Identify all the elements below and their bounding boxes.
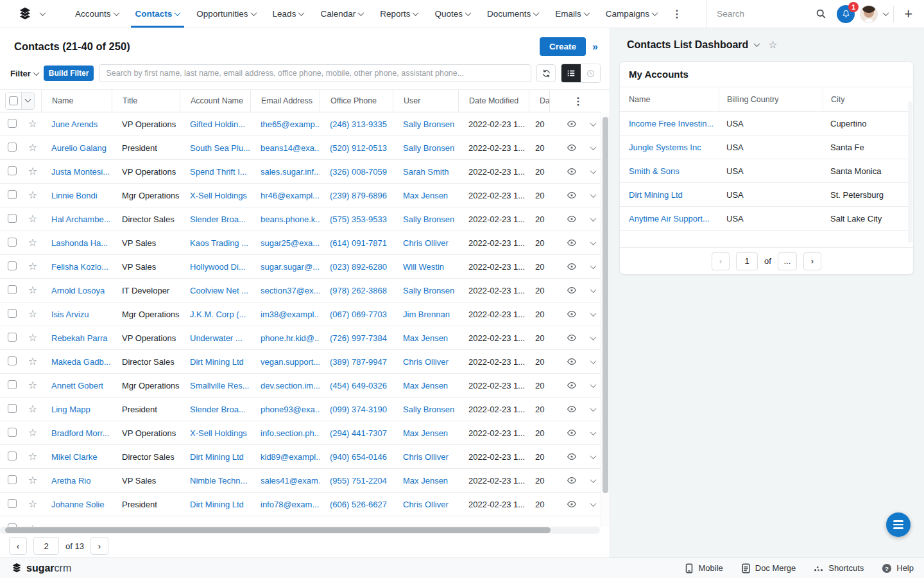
column-header-city[interactable]: City xyxy=(823,87,904,111)
preview-eye-icon[interactable] xyxy=(567,261,577,272)
user-link[interactable]: Sally Bronsen xyxy=(393,143,458,153)
office-phone-link[interactable]: (067) 069-7703 xyxy=(320,310,393,319)
user-link[interactable]: Chris Olliver xyxy=(393,238,458,248)
column-header-name[interactable]: Name xyxy=(629,87,719,111)
preview-eye-icon[interactable] xyxy=(567,475,577,486)
favorite-star-icon[interactable]: ☆ xyxy=(24,285,41,295)
row-checkbox[interactable] xyxy=(8,190,17,199)
user-link[interactable]: Sally Bronsen xyxy=(393,119,458,129)
favorite-star-icon[interactable]: ☆ xyxy=(24,404,41,414)
row-checkbox[interactable] xyxy=(8,428,17,437)
row-checkbox[interactable] xyxy=(8,499,17,508)
office-phone-link[interactable]: (023) 892-6280 xyxy=(320,262,393,272)
account-name-link[interactable]: Dirt Mining Ltd xyxy=(629,190,719,200)
account-name-link[interactable]: Nimble Techn... xyxy=(180,476,250,486)
user-link[interactable]: Sally Bronsen xyxy=(393,286,458,295)
contact-name-link[interactable]: Isis Arvizu xyxy=(41,310,112,319)
build-filter-button[interactable]: Build Filter xyxy=(44,66,94,81)
row-expand-chevron-icon[interactable] xyxy=(590,191,597,198)
row-checkbox[interactable] xyxy=(8,309,17,318)
row-checkbox[interactable] xyxy=(8,380,17,389)
row-expand-chevron-icon[interactable] xyxy=(590,215,597,222)
collapse-dashboard-button[interactable]: » xyxy=(586,41,601,53)
column-header-billing-country[interactable]: Billing Country xyxy=(719,87,823,111)
email-link[interactable]: section37@ex... xyxy=(250,286,320,295)
contact-name-link[interactable]: Aretha Rio xyxy=(41,476,112,486)
user-link[interactable]: Max Jensen xyxy=(393,333,458,343)
email-link[interactable]: vegan.support... xyxy=(250,357,320,367)
contact-name-link[interactable]: Johanne Solie xyxy=(41,500,112,509)
email-link[interactable]: phone93@exa... xyxy=(250,405,320,414)
total-pages-button[interactable]: ... xyxy=(778,252,797,270)
nav-module-item[interactable]: Opportunities xyxy=(188,0,264,28)
footer-logo[interactable]: sugarcrm xyxy=(10,562,71,575)
preview-eye-icon[interactable] xyxy=(567,333,577,343)
account-name-link[interactable]: X-Sell Holdings xyxy=(180,428,250,438)
favorite-star-icon[interactable]: ☆ xyxy=(24,238,41,248)
account-name-link[interactable]: Spend Thrift I... xyxy=(180,167,250,177)
contact-name-link[interactable]: Lashonda Ha... xyxy=(41,238,112,248)
contact-name-link[interactable]: Mikel Clarke xyxy=(41,452,112,462)
preview-eye-icon[interactable] xyxy=(567,166,577,177)
user-link[interactable]: Max Jensen xyxy=(393,381,458,390)
page-number-input[interactable] xyxy=(33,537,59,555)
row-expand-chevron-icon[interactable] xyxy=(590,168,597,174)
user-link[interactable]: Jim Brennan xyxy=(393,310,458,319)
nav-module-item[interactable]: Emails xyxy=(547,0,597,28)
row-expand-chevron-icon[interactable] xyxy=(590,144,597,150)
account-name-link[interactable]: Dirt Mining Ltd xyxy=(180,500,250,509)
account-name-link[interactable]: Anytime Air Support... xyxy=(629,214,719,223)
office-phone-link[interactable]: (099) 374-3190 xyxy=(320,405,393,414)
list-view-icon[interactable] xyxy=(561,64,581,82)
account-name-link[interactable]: Slender Broa... xyxy=(180,215,250,224)
office-phone-link[interactable]: (940) 654-0146 xyxy=(320,452,393,462)
office-phone-link[interactable]: (614) 091-7871 xyxy=(320,238,393,248)
row-checkbox[interactable] xyxy=(8,404,17,413)
row-checkbox[interactable] xyxy=(8,333,17,342)
email-link[interactable]: im38@exampl... xyxy=(250,310,320,319)
user-link[interactable]: Chris Olliver xyxy=(393,452,458,462)
footer-doc-merge-link[interactable]: Doc Merge xyxy=(741,563,796,574)
email-link[interactable]: info78@exam... xyxy=(250,500,320,509)
contact-name-link[interactable]: Rebekah Parra xyxy=(41,333,112,343)
contact-name-link[interactable]: Felisha Kozlo... xyxy=(41,262,112,272)
chevron-down-icon[interactable] xyxy=(754,40,760,47)
user-profile-menu[interactable] xyxy=(860,5,888,23)
account-name-link[interactable]: Underwater ... xyxy=(180,333,250,343)
office-phone-link[interactable]: (246) 313-9335 xyxy=(320,119,393,129)
list-search-input[interactable] xyxy=(99,64,531,82)
favorite-star-icon[interactable]: ☆ xyxy=(24,499,41,509)
footer-mobile-link[interactable]: Mobile xyxy=(685,563,723,574)
favorite-star-icon[interactable]: ☆ xyxy=(24,261,41,272)
account-name-link[interactable]: Hollywood Di... xyxy=(180,262,250,272)
column-header-phone[interactable]: Office Phone xyxy=(320,90,393,112)
preview-eye-icon[interactable] xyxy=(567,428,577,438)
page-number-input[interactable] xyxy=(736,252,758,270)
email-link[interactable]: the65@examp... xyxy=(250,119,320,129)
contact-name-link[interactable]: Arnold Losoya xyxy=(41,286,112,295)
office-phone-link[interactable]: (955) 751-2204 xyxy=(320,476,393,486)
row-expand-chevron-icon[interactable] xyxy=(590,334,597,340)
nav-module-item[interactable]: Leads xyxy=(264,0,312,28)
account-name-link[interactable]: Kaos Trading ... xyxy=(180,238,250,248)
account-name-link[interactable]: X-Sell Holdings xyxy=(180,191,250,200)
row-expand-chevron-icon[interactable] xyxy=(590,405,597,412)
favorite-star-icon[interactable]: ☆ xyxy=(24,214,41,224)
preview-eye-icon[interactable] xyxy=(567,119,577,129)
email-link[interactable]: kid89@exampl... xyxy=(250,452,320,462)
office-phone-link[interactable]: (575) 353-9533 xyxy=(320,215,393,224)
row-checkbox[interactable] xyxy=(8,214,17,223)
nav-module-item[interactable]: Quotes xyxy=(426,0,479,28)
row-expand-chevron-icon[interactable] xyxy=(590,500,597,507)
column-header-account[interactable]: Account Name xyxy=(180,90,250,112)
user-link[interactable]: Max Jensen xyxy=(393,476,458,486)
user-link[interactable]: Max Jensen xyxy=(393,191,458,200)
contact-name-link[interactable]: Annett Gobert xyxy=(41,381,112,390)
user-link[interactable]: Chris Olliver xyxy=(393,357,458,367)
account-name-link[interactable]: Coolview Net ... xyxy=(180,286,250,295)
column-header-name[interactable]: Name xyxy=(41,90,112,112)
contact-name-link[interactable]: Makeda Gadb... xyxy=(41,357,112,367)
row-checkbox[interactable] xyxy=(8,238,17,247)
column-header-email[interactable]: Email Address xyxy=(250,90,320,112)
favorite-star-icon[interactable]: ☆ xyxy=(24,356,41,367)
